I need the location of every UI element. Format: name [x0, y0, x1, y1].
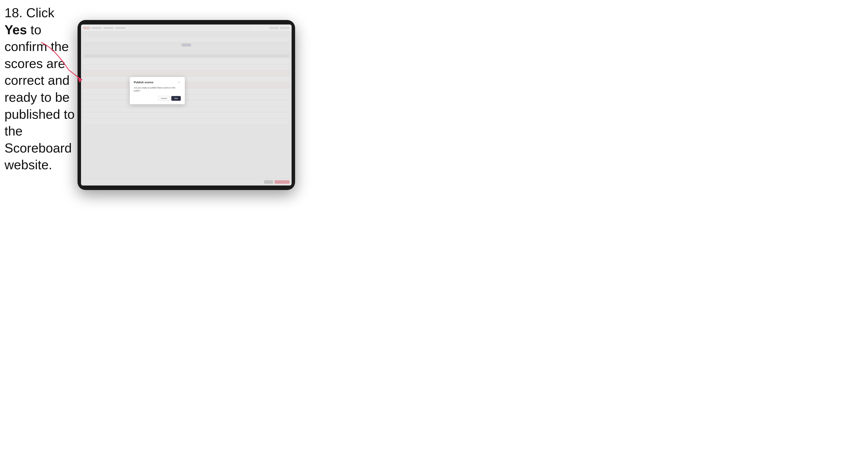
- instruction-body: Click Yes to confirm the scores are corr…: [4, 5, 74, 172]
- tablet-device: Publish scores × Are you ready to publis…: [78, 20, 295, 190]
- tablet-screen: Publish scores × Are you ready to publis…: [81, 25, 291, 186]
- modal-overlay: [81, 25, 291, 186]
- modal-title: Publish scores: [134, 81, 153, 84]
- modal-body-text: Are you ready to publish these scores to…: [134, 87, 181, 93]
- modal-close-button[interactable]: ×: [177, 81, 181, 84]
- modal-header: Publish scores ×: [134, 81, 181, 84]
- modal-footer: Cancel Yes: [134, 96, 181, 101]
- cancel-button[interactable]: Cancel: [158, 96, 170, 101]
- instruction-text: 18. Click Yes to confirm the scores are …: [4, 4, 77, 174]
- publish-scores-modal: Publish scores × Are you ready to publis…: [130, 77, 185, 104]
- step-number: 18.: [4, 5, 23, 20]
- yes-button[interactable]: Yes: [171, 96, 181, 101]
